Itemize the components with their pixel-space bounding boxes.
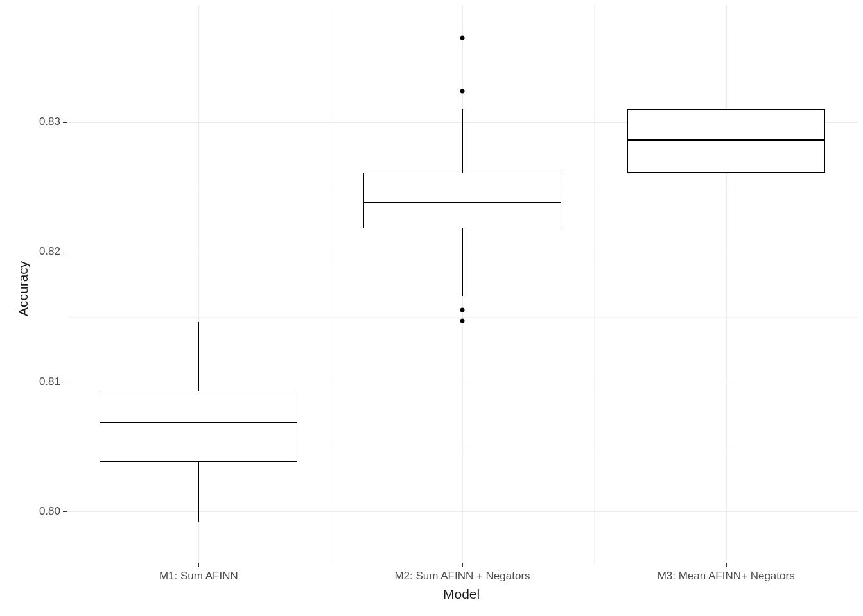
y-tick — [63, 122, 67, 123]
outlier-point — [460, 308, 465, 312]
x-tick-label: M1: Sum AFINN — [70, 570, 327, 583]
box — [363, 173, 561, 228]
minor-v-gridline — [594, 5, 595, 563]
x-tick — [198, 563, 199, 567]
y-axis-title: Accuracy — [15, 261, 31, 316]
whisker — [198, 322, 200, 391]
x-tick — [462, 563, 463, 567]
whisker — [198, 462, 200, 522]
y-tick — [63, 382, 67, 382]
outlier-point — [460, 89, 465, 93]
x-tick-label: M2: Sum AFINN + Negators — [334, 570, 591, 583]
y-tick-label: 0.83 — [39, 116, 60, 128]
y-tick — [63, 252, 67, 252]
y-tick — [63, 511, 67, 512]
whisker — [462, 228, 463, 296]
outlier-point — [460, 318, 465, 323]
y-tick-label: 0.82 — [39, 245, 60, 258]
median-line — [627, 139, 825, 141]
chart-root: Accuracy Model 0.800.810.820.83M1: Sum A… — [0, 0, 863, 616]
x-tick — [726, 563, 727, 567]
whisker — [726, 26, 727, 108]
x-tick-label: M3: Mean AFINN+ Negators — [598, 570, 855, 583]
outlier-point — [460, 35, 465, 40]
whisker — [462, 109, 463, 173]
median-line — [363, 202, 561, 203]
minor-v-gridline — [331, 5, 331, 563]
y-tick-label: 0.81 — [39, 375, 60, 388]
x-axis-title: Model — [443, 586, 480, 602]
box — [100, 391, 297, 462]
box — [627, 109, 825, 173]
whisker — [726, 173, 727, 239]
median-line — [100, 422, 297, 424]
y-tick-label: 0.80 — [39, 505, 60, 518]
